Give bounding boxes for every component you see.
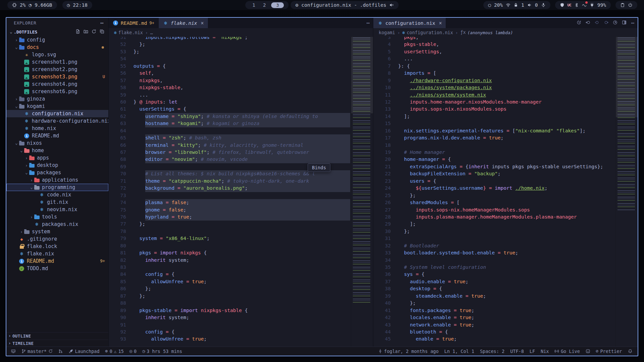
tree-item-readme-md[interactable]: iREADME.md9+ (6, 257, 108, 265)
breadcrumb-item[interactable]: ƒx(anonymous lambda) (460, 30, 513, 35)
github-icon (586, 349, 590, 354)
tab-flake-nix[interactable]: ❄flake.nix× (159, 18, 208, 28)
history-icon[interactable] (577, 20, 581, 26)
tree-item-programming[interactable]: ⌄programming (6, 184, 108, 191)
tab-configuration-nix[interactable]: ❄configuration.nix× (373, 18, 446, 28)
tree-item-home-nix[interactable]: ❄home.nix (6, 125, 108, 132)
tree-item-ginoza[interactable]: ›ginoza (6, 95, 108, 103)
tree-item-apps[interactable]: ›apps (6, 154, 108, 162)
line-number: 32 (373, 242, 391, 249)
tree-item-screenshot2-png[interactable]: screenshot2.png (6, 66, 108, 73)
tree-item-logo-svg[interactable]: ✳logo.svg (6, 51, 108, 58)
more-icon[interactable]: ⋯ (631, 20, 634, 26)
editor-group-2[interactable]: ❄configuration.nix×⋯ kogami›❄configurati… (373, 18, 638, 347)
launchpad[interactable]: Launchpad (69, 349, 100, 354)
tree-item-applications[interactable]: ›applications (6, 176, 108, 184)
editor-flake-nix[interactable]: 51 inputs.nixpkgs.follows = "nixpkgs";52… (109, 37, 351, 347)
clock-pill[interactable]: ◷22:18 (62, 1, 92, 9)
tree-item-git-nix[interactable]: ❄git.nix (6, 198, 108, 206)
quick-stats-pill[interactable]: ○20%10 (483, 1, 550, 9)
cursor-position[interactable]: Ln 1, Col 1 (444, 349, 474, 354)
tree-item-screenshot1-png[interactable]: screenshot1.png (6, 58, 108, 66)
tree-item-nixos[interactable]: ⌄nixos (6, 139, 108, 147)
breadcrumb-2[interactable]: kogami›❄configuration.nix›ƒx(anonymous l… (373, 28, 638, 37)
tray-pill[interactable]: UC99% (555, 1, 611, 9)
todo-file-icon: ✓ (19, 266, 24, 271)
problems[interactable]: ⊗0⚠15 (105, 349, 124, 354)
breadcrumb-item[interactable]: ❄configuration.nix (402, 30, 453, 35)
ports[interactable]: ◎0 (129, 349, 137, 354)
tree-item-screenshot6-png[interactable]: screenshot6.png (6, 88, 108, 95)
workspace-active[interactable]: 3 (271, 2, 284, 8)
nix-file-icon: ❄ (34, 222, 40, 227)
tab-readme-md[interactable]: iREADME.md9+ (109, 18, 159, 28)
git-graph-icon (58, 349, 63, 354)
refresh-icon[interactable] (92, 29, 96, 35)
minimap-slider[interactable] (351, 37, 373, 113)
breadcrumb-item[interactable]: … (150, 30, 153, 35)
tree-item-screenshot4-png[interactable]: screenshot4.png (6, 80, 108, 88)
close-icon[interactable]: × (439, 20, 442, 26)
tree-item--gitignore[interactable]: ◆.gitignore (6, 235, 108, 243)
git-blame[interactable]: foglar, 2 months ago (378, 349, 439, 354)
explorer-more-actions[interactable]: ⋯ (100, 20, 104, 26)
breadcrumb-1[interactable]: ❄flake.nix›… (109, 28, 373, 37)
tree-item-readme-md[interactable]: iREADME.md (6, 132, 108, 139)
nav-next-icon[interactable] (604, 20, 608, 26)
tree-item-docs[interactable]: ⌄docs (6, 44, 108, 51)
eol[interactable]: LF (530, 349, 535, 354)
folder-icon (19, 96, 24, 102)
breadcrumb-item[interactable]: kogami (379, 30, 395, 35)
editor-group-1[interactable]: iREADME.md9+❄flake.nix×⋯ ❄flake.nix›… 51… (109, 18, 373, 347)
git-branch[interactable]: master* (21, 349, 53, 354)
tree-item-neovim-nix[interactable]: ❄neovim.nix (6, 206, 108, 213)
workspace[interactable]: 1 (250, 2, 258, 8)
tree-item-packages-nix[interactable]: ❄packages.nix (6, 221, 108, 228)
github[interactable] (586, 349, 590, 354)
sidebar-section-outline[interactable]: ›OUTLINE (6, 333, 108, 340)
tree-item-screenshot3-png[interactable]: screenshot3.pngU (6, 73, 108, 80)
breadcrumb-item[interactable]: ❄flake.nix (114, 30, 143, 35)
nav-back-icon[interactable] (586, 20, 590, 26)
indentation[interactable]: Spaces: 2 (480, 349, 504, 354)
new-folder-icon[interactable] (84, 29, 88, 35)
tree-item-packages[interactable]: ⌄packages (6, 169, 108, 176)
more-icon[interactable]: ⋯ (366, 20, 370, 26)
new-file-icon[interactable] (75, 29, 80, 35)
tree-item-configuration-nix[interactable]: ❄configuration.nix (6, 110, 108, 117)
editor-configuration-nix[interactable]: 3 pkgs,4 pkgs-stable,5 userSettings,6 ..… (373, 37, 615, 347)
tree-item-tools[interactable]: ›tools (6, 213, 108, 221)
tree-item-kogami[interactable]: ⌄kogami (6, 103, 108, 110)
tree-item-code-nix[interactable]: ❄code.nix (6, 191, 108, 198)
sidebar-section-timeline[interactable]: ›TIMELINE (6, 340, 108, 347)
workspace-section-header[interactable]: ⌄ .DOTFILES (6, 28, 108, 36)
run-icon[interactable] (613, 20, 618, 26)
tree-item-home[interactable]: ⌄home (6, 147, 108, 154)
encoding[interactable]: UTF-8 (510, 349, 524, 354)
minimap-slider[interactable] (616, 37, 638, 117)
git-graph[interactable] (58, 349, 63, 354)
prettier[interactable]: ⊘Prettier (596, 349, 622, 354)
time-tracker[interactable]: ◷3 hrs 53 mins (142, 349, 182, 354)
folder-icon (34, 185, 40, 190)
collapse-all-icon[interactable] (100, 29, 104, 35)
remote-indicator[interactable] (11, 349, 16, 354)
go-live[interactable]: Go Live (554, 349, 580, 354)
system-stats-pill[interactable]: 2%◔9.66GB (7, 1, 57, 9)
close-icon[interactable]: × (201, 20, 204, 26)
tree-item-todo-md[interactable]: ✓TODO.md (6, 265, 108, 272)
session-pill[interactable] (615, 1, 637, 9)
workspace[interactable]: 2 (261, 2, 268, 8)
tree-item-flake-nix[interactable]: ❄flake.nix (6, 250, 108, 257)
minimap-2[interactable] (615, 37, 638, 347)
nav-prev-icon[interactable] (595, 20, 599, 26)
language-mode[interactable]: Nix (541, 349, 549, 354)
tree-item-config[interactable]: ›config (6, 36, 108, 44)
tree-item-system[interactable]: ›system (6, 228, 108, 235)
split-editor-icon[interactable] (622, 20, 627, 26)
tree-item-flake-lock[interactable]: flake.lock (6, 243, 108, 250)
tree-item-desktop[interactable]: ›desktop (6, 162, 108, 169)
minimap-1[interactable] (351, 37, 373, 347)
tree-item-hardware-configuration-nix[interactable]: ❄hardware-configuration.nix (6, 117, 108, 125)
notifications[interactable] (628, 349, 633, 354)
